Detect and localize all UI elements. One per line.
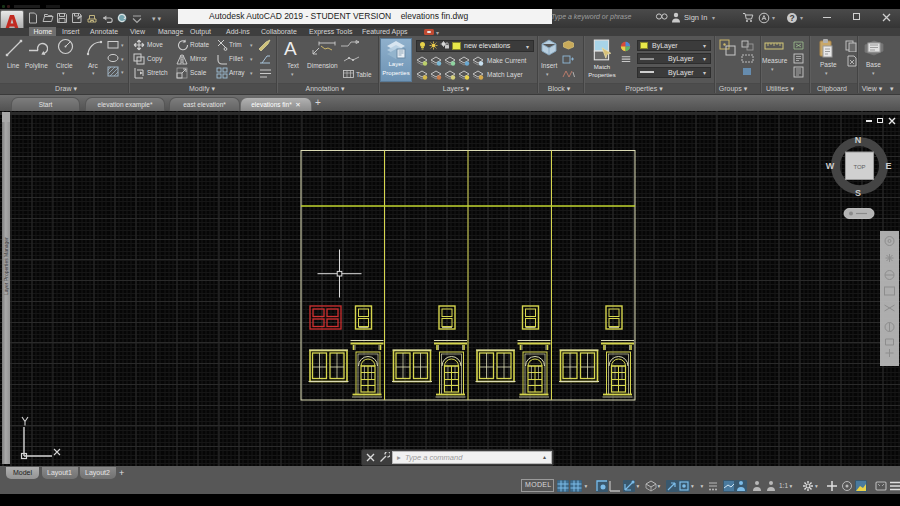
svg-text:?: ? — [789, 13, 794, 23]
svg-text:S: S — [855, 188, 861, 198]
svg-text:E: E — [885, 161, 891, 171]
svg-text:W: W — [826, 161, 835, 171]
svg-text:TOP: TOP — [853, 164, 865, 170]
svg-text:N: N — [855, 135, 862, 145]
